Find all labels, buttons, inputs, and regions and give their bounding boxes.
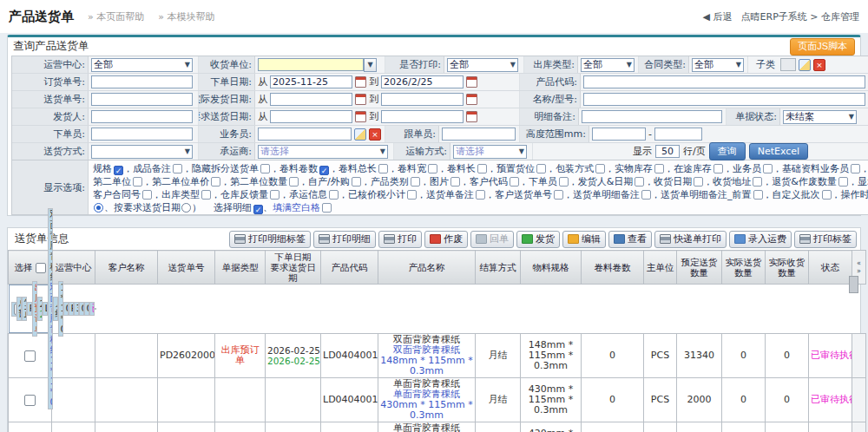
operation-center-select[interactable]: 全部▼ (91, 58, 193, 72)
checkbox-icon[interactable] (352, 177, 361, 187)
subtype-picker-icon[interactable] (799, 59, 811, 71)
checkbox-icon[interactable] (407, 190, 417, 200)
contract-type-select[interactable]: 全部▼ (692, 58, 744, 72)
merchandiser-input[interactable] (442, 128, 516, 141)
order-date-to-input[interactable] (381, 75, 464, 88)
checkbox-icon[interactable] (595, 164, 605, 173)
checkbox-icon[interactable] (559, 177, 569, 187)
checkbox-icon[interactable] (289, 177, 299, 187)
height-range-min-input[interactable] (592, 128, 646, 141)
outbound-type-select[interactable]: 全部▼ (581, 58, 635, 72)
required-date-to-input[interactable] (381, 110, 464, 123)
detail-remark-input[interactable] (582, 110, 722, 123)
order-clerk-input[interactable] (91, 128, 193, 141)
toolbar-print-detail-button[interactable]: 打印明细 (313, 231, 376, 248)
order-date-from-input[interactable] (270, 75, 352, 88)
salesman-picker-icon[interactable] (354, 128, 366, 141)
checkbox-icon[interactable] (635, 177, 644, 187)
checkbox-icon[interactable] (142, 190, 152, 200)
checkbox-icon[interactable] (753, 190, 763, 200)
module-help-link[interactable]: » 本模块帮助 (158, 10, 214, 23)
toolbar-edit-button[interactable]: 编辑 (562, 231, 606, 248)
product-name-link[interactable]: 双面背胶青稞纸148mm * 115mm * 0.3mm (380, 345, 473, 376)
checkbox-icon[interactable] (838, 177, 848, 187)
radio-icon[interactable] (181, 203, 191, 213)
checkbox-icon[interactable] (763, 164, 773, 173)
toolbar-void-button[interactable]: 作废 (424, 231, 468, 248)
checkbox-icon[interactable] (329, 190, 339, 200)
shipper-input[interactable] (91, 110, 193, 123)
checkbox-icon[interactable] (851, 164, 860, 173)
receiver-dropdown-button[interactable]: ▼ (364, 58, 377, 72)
height-range-max-input[interactable] (654, 128, 702, 141)
checkbox-icon[interactable] (411, 177, 420, 187)
order-no-input[interactable] (91, 75, 193, 88)
checkbox-icon[interactable]: ✓ (114, 166, 123, 175)
calendar-icon[interactable] (355, 111, 366, 122)
toolbar-print-labels-button[interactable]: 打印标签 (794, 231, 857, 248)
toolbar-print-button[interactable]: 打印 (378, 231, 422, 248)
checkbox-icon[interactable] (654, 164, 664, 173)
scroll-right-icon[interactable]: » (852, 267, 865, 275)
search-button[interactable]: 查询 (709, 142, 746, 160)
product-name-link[interactable]: 单面背胶青稞纸430mm * 115mm * 0.3mm (380, 389, 473, 421)
delivery-method-select[interactable]: ▼ (91, 145, 193, 159)
toolbar-enter-freight-button[interactable]: 录入运费 (729, 231, 792, 248)
checkbox-icon[interactable] (713, 164, 723, 173)
checkbox-icon[interactable] (173, 164, 182, 173)
row-checkbox[interactable] (24, 395, 36, 406)
salesman-input[interactable] (258, 128, 352, 141)
netexcel-button[interactable]: NetExcel (749, 143, 808, 160)
checkbox-icon[interactable] (378, 164, 388, 173)
checkbox-icon[interactable] (133, 177, 142, 187)
vertical-scrollbar-thumb[interactable] (849, 276, 858, 293)
actual-ship-date-to-input[interactable] (381, 93, 464, 106)
radio-icon[interactable] (94, 203, 103, 213)
checkbox-icon[interactable] (211, 177, 220, 187)
checkbox-icon[interactable] (428, 164, 437, 173)
checkbox-icon[interactable]: ✓ (319, 166, 329, 175)
carrier-select[interactable]: 请选择▼ (258, 145, 388, 159)
checkbox-icon[interactable] (536, 164, 546, 173)
calendar-icon[interactable] (355, 94, 366, 105)
calendar-icon[interactable] (466, 94, 477, 105)
printed-select[interactable]: 全部▼ (447, 58, 518, 72)
checkbox-icon[interactable] (510, 177, 519, 187)
checkbox-icon[interactable] (694, 177, 703, 187)
page-js-script-button[interactable]: 页面JS脚本 (790, 38, 855, 56)
rows-per-page-input[interactable] (655, 145, 680, 158)
checkbox-icon[interactable] (450, 177, 460, 187)
calendar-icon[interactable] (355, 76, 366, 88)
required-date-from-input[interactable] (270, 110, 352, 123)
transport-select[interactable]: 请选择▼ (453, 145, 527, 159)
product-code-input[interactable] (583, 75, 865, 88)
subtype-clear-icon[interactable]: × (813, 59, 825, 71)
breadcrumb[interactable]: 点晴ERP子系统 > 仓库管理 (741, 10, 859, 23)
checkbox-icon[interactable] (476, 190, 485, 200)
checkbox-icon[interactable] (641, 190, 651, 200)
name-model-input[interactable] (583, 93, 865, 106)
checkbox-icon[interactable] (554, 190, 563, 200)
checkbox-icon[interactable] (477, 164, 487, 173)
salesman-clear-icon[interactable]: × (369, 128, 381, 141)
row-checkbox[interactable] (24, 350, 36, 362)
doc-status-select[interactable]: 未结案▼ (783, 110, 857, 124)
page-help-link[interactable]: » 本页面帮助 (88, 10, 144, 23)
toolbar-print-detail-labels-button[interactable]: 打印明细标签 (229, 231, 311, 248)
checkbox-icon[interactable]: ✓ (253, 205, 263, 214)
calendar-icon[interactable] (466, 76, 477, 88)
select-all-checkbox[interactable] (36, 263, 46, 273)
delivery-no-input[interactable] (91, 93, 193, 106)
checkbox-icon[interactable] (322, 203, 332, 213)
fill-blank-link[interactable]: 填满空白格 (273, 202, 320, 213)
checkbox-icon[interactable] (201, 190, 211, 200)
actual-ship-date-from-input[interactable] (270, 93, 352, 106)
back-button[interactable]: ◀ 后退 (703, 10, 733, 23)
calendar-icon[interactable] (466, 111, 477, 122)
receiver-combo-input[interactable] (258, 58, 364, 71)
checkbox-icon[interactable] (260, 164, 270, 173)
checkbox-icon[interactable] (270, 190, 279, 200)
scroll-left-icon[interactable]: « (852, 259, 865, 267)
toolbar-view-button[interactable]: 查看 (608, 231, 652, 248)
checkbox-icon[interactable] (822, 190, 832, 200)
